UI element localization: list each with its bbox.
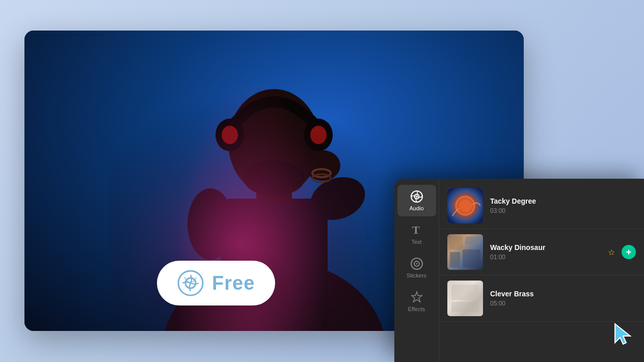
svg-rect-34 [451,302,479,312]
sidebar-item-audio[interactable]: Audio [397,185,436,216]
track-title-1: Tacky Degree [490,197,636,205]
text-label: Text [411,239,421,245]
svg-rect-24 [447,188,483,224]
svg-rect-31 [463,249,480,267]
free-label: Free [212,272,255,294]
svg-point-22 [416,263,417,265]
add-button-2[interactable]: + [622,245,636,259]
audio-icon [410,190,423,203]
right-panel: Audio T Text Stickers [394,179,644,362]
svg-point-26 [460,201,470,211]
svg-text:T: T [412,224,420,236]
sidebar-item-stickers[interactable]: Stickers [397,252,436,284]
effects-icon [410,291,423,304]
svg-marker-23 [412,292,422,302]
track-title-2: Wacky Dinosaur [490,243,597,252]
track-duration-2: 01:00 [490,254,597,261]
track-thumbnail-1 [447,188,483,224]
track-thumbnail-2 [447,234,483,270]
text-icon: T [410,224,423,237]
panel-sidebar: Audio T Text Stickers [394,179,439,362]
track-actions-2: ☆ + [604,245,636,259]
svg-rect-29 [465,237,480,244]
stickers-label: Stickers [407,272,426,279]
stickers-icon [410,257,423,270]
free-badge[interactable]: Free [157,261,275,305]
music-item-wacky-dinosaur[interactable]: Wacky Dinosaur 01:00 ☆ + [439,229,644,275]
track-duration-3: 05:00 [490,300,636,307]
track-info-3: Clever Brass 05:00 [490,290,636,307]
track-thumbnail-3 [447,281,483,316]
track-duration-1: 03:00 [490,207,636,214]
music-note-icon [177,270,204,296]
svg-rect-28 [450,237,463,249]
cursor-arrow-icon [611,321,636,347]
svg-rect-33 [451,285,479,300]
svg-point-25 [456,197,474,215]
effects-label: Effects [408,306,425,312]
track-info-1: Tacky Degree 03:00 [490,197,636,214]
main-container: Free Audio [0,0,644,362]
track-title-3: Clever Brass [490,290,636,298]
sidebar-item-text[interactable]: T Text [397,218,436,250]
svg-marker-35 [615,324,630,344]
star-button-2[interactable]: ☆ [604,245,619,259]
track-info-2: Wacky Dinosaur 01:00 [490,243,597,261]
sidebar-item-effects[interactable]: Effects [397,286,436,317]
svg-rect-30 [450,252,460,267]
audio-label: Audio [409,205,423,211]
music-item-clever-brass[interactable]: Clever Brass 05:00 [439,275,644,322]
music-item-tacky-degree[interactable]: Tacky Degree 03:00 [439,183,644,229]
